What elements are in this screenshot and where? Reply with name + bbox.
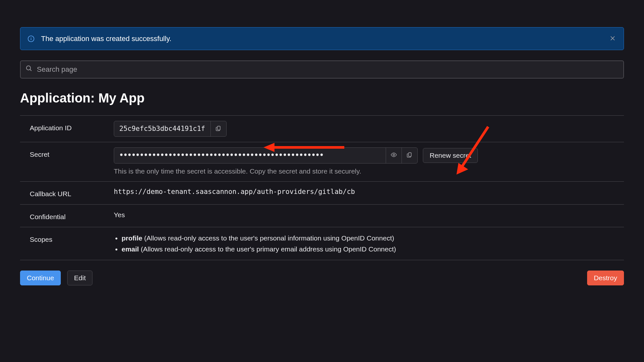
application-detail-page: The application was created successfully… <box>0 0 644 362</box>
secret-box: ••••••••••••••••••••••••••••••••••••••••… <box>114 147 418 164</box>
svg-point-5 <box>27 66 31 70</box>
continue-button[interactable]: Continue <box>20 271 61 285</box>
close-icon <box>609 37 616 42</box>
application-id-box: 25c9efc5b3dbc44191c1f <box>114 121 227 137</box>
callback-url-value: https://demo-tenant.saascannon.app/auth-… <box>114 187 624 197</box>
renew-secret-button[interactable]: Renew secret <box>423 148 478 163</box>
row-label: Scopes <box>30 232 107 245</box>
svg-rect-7 <box>217 126 220 130</box>
scope-desc: (Allows read-only access to the user's p… <box>144 234 394 242</box>
reveal-secret-button[interactable] <box>386 148 402 163</box>
scope-item: email (Allows read-only access to the us… <box>122 244 624 254</box>
scopes-list: profile (Allows read-only access to the … <box>114 232 624 255</box>
secret-value-masked: ••••••••••••••••••••••••••••••••••••••••… <box>114 148 386 163</box>
row-confidential: Confidential Yes <box>20 205 624 228</box>
copy-secret-button[interactable] <box>402 148 417 163</box>
copy-application-id-button[interactable] <box>210 121 226 137</box>
scope-name: profile <box>122 234 142 242</box>
row-application-id: Application ID 25c9efc5b3dbc44191c1f <box>20 116 624 143</box>
search-icon <box>25 64 32 75</box>
svg-rect-9 <box>409 153 411 157</box>
row-callback-url: Callback URL https://demo-tenant.saascan… <box>20 182 624 205</box>
info-icon <box>27 35 35 42</box>
application-id-value: 25c9efc5b3dbc44191c1f <box>114 121 210 137</box>
application-details-table: Application ID 25c9efc5b3dbc44191c1f <box>20 115 624 261</box>
search-page-wrap <box>20 60 624 79</box>
clipboard-icon <box>406 152 413 159</box>
row-scopes: Scopes profile (Allows read-only access … <box>20 227 624 260</box>
svg-point-2 <box>31 37 31 37</box>
secret-help-text: This is the only time the secret is acce… <box>114 166 624 176</box>
svg-point-8 <box>393 154 395 156</box>
row-label: Confidential <box>30 210 107 222</box>
search-input[interactable] <box>36 65 619 74</box>
row-label: Secret <box>30 147 107 160</box>
row-secret: Secret •••••••••••••••••••••••••••••••••… <box>20 142 624 182</box>
row-label: Application ID <box>30 121 107 133</box>
scope-name: email <box>122 245 139 253</box>
page-title: Application: My App <box>20 88 624 108</box>
alert-success: The application was created successfully… <box>20 27 624 50</box>
action-bar: Continue Edit Destroy <box>20 271 624 285</box>
confidential-value: Yes <box>114 210 624 220</box>
scope-item: profile (Allows read-only access to the … <box>122 233 624 243</box>
destroy-button[interactable]: Destroy <box>587 271 624 285</box>
alert-message: The application was created successfully… <box>41 33 171 44</box>
scope-desc: (Allows read-only access to the user's p… <box>141 245 396 253</box>
clipboard-icon <box>215 125 222 133</box>
row-label: Callback URL <box>30 187 107 199</box>
eye-icon <box>391 152 397 159</box>
edit-button[interactable]: Edit <box>67 271 92 285</box>
alert-close-button[interactable] <box>607 33 618 44</box>
svg-line-6 <box>30 69 32 71</box>
